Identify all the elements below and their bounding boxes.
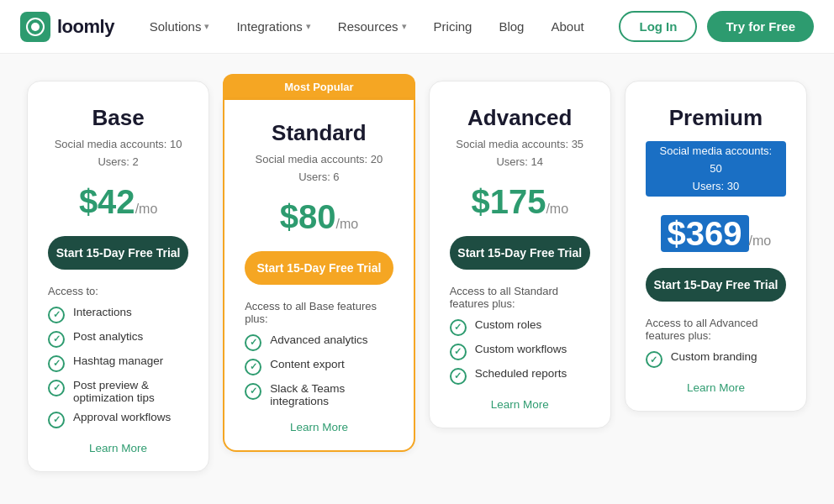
plan-advanced-amount: $175 [471, 183, 546, 220]
plan-standard-access-label: Access to all Base features plus: [245, 300, 393, 325]
check-icon: ✓ [245, 359, 261, 375]
nav-links: Solutions ▾ Integrations ▾ Resources ▾ P… [138, 13, 596, 40]
svg-point-1 [31, 23, 40, 31]
list-item: ✓ Custom branding [646, 350, 786, 368]
plan-standard-price: $80/mo [245, 198, 393, 236]
list-item: ✓ Post analytics [48, 330, 188, 348]
plan-base-trial-button[interactable]: Start 15-Day Free Trial [48, 236, 188, 270]
plan-advanced-access-label: Access to all Standard features plus: [450, 285, 590, 310]
plan-standard-wrapper: Most Popular Standard Social media accou… [223, 74, 414, 452]
list-item: ✓ Custom workflows [450, 343, 590, 360]
plan-standard-period: /mo [335, 217, 358, 231]
plan-premium-period: /mo [749, 234, 772, 248]
plan-advanced-period: /mo [546, 202, 568, 216]
plan-advanced-name: Advanced [450, 105, 590, 131]
plan-standard-trial-button[interactable]: Start 15-Day Free Trial [245, 251, 393, 285]
plan-premium-learn-more[interactable]: Learn More [646, 381, 786, 394]
plan-base-name: Base [48, 105, 188, 131]
plan-base-access-label: Access to: [48, 285, 188, 297]
plan-standard-features: ✓ Advanced analytics ✓ Content export ✓ … [245, 333, 393, 407]
list-item: ✓ Approval workflows [48, 411, 188, 428]
check-icon: ✓ [245, 383, 261, 400]
plan-base-learn-more[interactable]: Learn More [48, 442, 188, 454]
plan-base-price: $42/mo [48, 183, 188, 221]
plan-standard-amount: $80 [280, 198, 336, 235]
plan-advanced-price: $175/mo [450, 183, 590, 221]
plan-advanced-meta: Social media accounts: 35Users: 14 [450, 136, 590, 171]
plan-base-meta: Social media accounts: 10Users: 2 [48, 136, 188, 171]
plan-advanced: Advanced Social media accounts: 35Users:… [429, 81, 611, 428]
nav-solutions[interactable]: Solutions ▾ [138, 13, 222, 40]
check-icon: ✓ [48, 307, 65, 323]
pricing-section: Base Social media accounts: 10Users: 2 $… [0, 54, 834, 504]
list-item: ✓ Interactions [48, 306, 188, 323]
nav-blog[interactable]: Blog [487, 13, 536, 40]
list-item: ✓ Hashtag manager [48, 354, 188, 372]
plan-base-amount: $42 [79, 183, 135, 220]
logo-text: loomly [57, 16, 114, 38]
try-for-free-button[interactable]: Try for Free [707, 11, 814, 42]
plan-premium-meta: Social media accounts: 50Users: 30 [646, 141, 786, 197]
plan-standard-name: Standard [245, 120, 393, 146]
check-icon: ✓ [48, 331, 65, 348]
list-item: ✓ Post preview & optimization tips [48, 379, 188, 404]
list-item: ✓ Slack & Teams integrations [245, 382, 393, 407]
check-icon: ✓ [646, 351, 662, 368]
logo[interactable]: loomly [20, 12, 114, 42]
nav-resources[interactable]: Resources ▾ [326, 13, 419, 40]
check-icon: ✓ [48, 412, 65, 428]
check-icon: ✓ [245, 334, 261, 351]
check-icon: ✓ [48, 355, 65, 372]
nav-actions: Log In Try for Free [619, 11, 814, 42]
logo-icon [20, 12, 50, 42]
plan-advanced-trial-button[interactable]: Start 15-Day Free Trial [450, 236, 590, 270]
plan-advanced-features: ✓ Custom roles ✓ Custom workflows ✓ Sche… [450, 318, 590, 385]
plan-premium-trial-button[interactable]: Start 15-Day Free Trial [646, 268, 786, 302]
plan-advanced-learn-more[interactable]: Learn More [450, 398, 590, 411]
plan-premium-features: ✓ Custom branding [646, 350, 786, 368]
plan-base-features: ✓ Interactions ✓ Post analytics ✓ Hashta… [48, 306, 188, 428]
plan-standard-meta: Social media accounts: 20Users: 6 [245, 151, 393, 186]
nav-pricing[interactable]: Pricing [422, 13, 484, 40]
plan-base: Base Social media accounts: 10Users: 2 $… [27, 81, 209, 472]
chevron-down-icon: ▾ [306, 21, 311, 32]
chevron-down-icon: ▾ [402, 21, 407, 32]
list-item: ✓ Content export [245, 358, 393, 375]
plan-premium-access-label: Access to all Advanced features plus: [646, 317, 786, 342]
list-item: ✓ Custom roles [450, 318, 590, 336]
login-button[interactable]: Log In [619, 11, 697, 42]
list-item: ✓ Advanced analytics [245, 333, 393, 351]
check-icon: ✓ [48, 380, 65, 396]
plan-premium-amount: $369 [661, 215, 749, 252]
plan-standard: Standard Social media accounts: 20Users:… [223, 100, 414, 452]
navbar: loomly Solutions ▾ Integrations ▾ Resour… [0, 0, 834, 54]
plan-premium-name: Premium [646, 105, 786, 131]
list-item: ✓ Scheduled reports [450, 367, 590, 385]
most-popular-badge: Most Popular [223, 74, 414, 100]
plan-standard-learn-more[interactable]: Learn More [245, 421, 393, 433]
check-icon: ✓ [450, 368, 467, 385]
plan-premium: Premium Social media accounts: 50Users: … [625, 81, 807, 412]
chevron-down-icon: ▾ [204, 21, 209, 32]
check-icon: ✓ [450, 344, 467, 360]
nav-integrations[interactable]: Integrations ▾ [224, 13, 322, 40]
plan-base-period: /mo [135, 202, 158, 216]
plan-premium-price: $369/mo [646, 215, 786, 253]
nav-about[interactable]: About [539, 13, 595, 40]
check-icon: ✓ [450, 319, 467, 336]
